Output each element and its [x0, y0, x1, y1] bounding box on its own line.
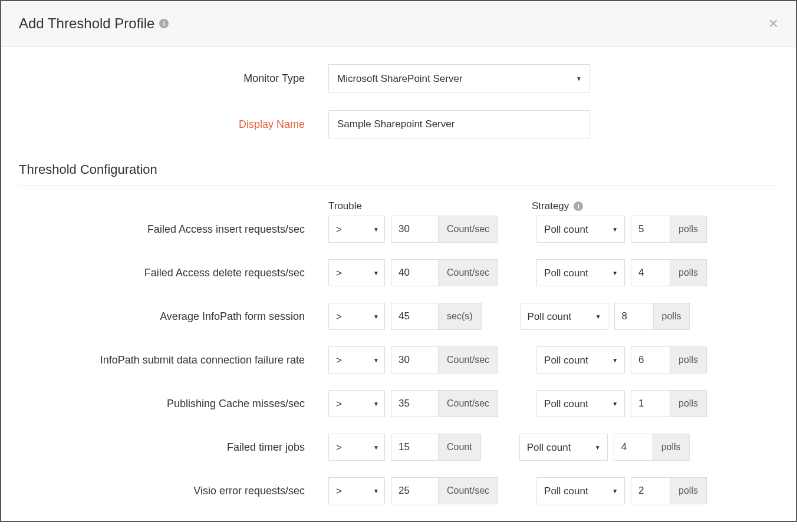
poll-unit: polls: [653, 434, 690, 461]
poll-unit: polls: [670, 259, 707, 286]
operator-select-wrapper: >: [328, 390, 385, 417]
operator-select-wrapper: >: [328, 434, 385, 461]
threshold-value-input[interactable]: [391, 477, 438, 504]
threshold-header-row: Trouble Strategy i: [19, 200, 778, 212]
threshold-unit: Count/sec: [438, 477, 498, 504]
threshold-value-input[interactable]: [391, 216, 438, 243]
strategy-select-wrapper: Poll count: [536, 259, 625, 286]
info-icon[interactable]: i: [574, 201, 583, 211]
operator-select[interactable]: >: [328, 434, 385, 461]
modal-title: Add Threshold Profile i: [19, 15, 169, 32]
threshold-unit: Count/sec: [438, 259, 498, 286]
strategy-select[interactable]: Poll count: [520, 303, 608, 330]
poll-unit: polls: [653, 303, 690, 330]
operator-select[interactable]: >: [328, 346, 385, 374]
operator-select[interactable]: >: [328, 216, 385, 243]
poll-count-input[interactable]: [631, 216, 670, 243]
add-threshold-modal: Add Threshold Profile i × Monitor Type M…: [0, 0, 797, 522]
threshold-unit: Count/sec: [438, 390, 498, 417]
threshold-unit: sec(s): [438, 303, 482, 330]
modal-body: Monitor Type Microsoft SharePoint Server…: [1, 47, 796, 504]
operator-select-wrapper: >: [328, 303, 385, 330]
strategy-select[interactable]: Poll count: [536, 390, 625, 417]
strategy-select-wrapper: Poll count: [536, 346, 625, 374]
threshold-value-input[interactable]: [391, 303, 438, 330]
threshold-row: Publishing Cache misses/sec>Count/secPol…: [19, 390, 778, 417]
threshold-row: Failed Access delete requests/sec>Count/…: [19, 259, 778, 286]
poll-unit: polls: [670, 346, 707, 374]
operator-select[interactable]: >: [328, 303, 385, 330]
operator-select-wrapper: >: [328, 346, 385, 374]
threshold-row: Failed timer jobs>CountPoll countpolls: [19, 434, 778, 461]
threshold-value-input[interactable]: [391, 259, 438, 286]
threshold-row: Average InfoPath form session>sec(s)Poll…: [19, 303, 778, 330]
threshold-label: Publishing Cache misses/sec: [19, 398, 328, 410]
threshold-rows-container: Failed Access insert requests/sec>Count/…: [19, 216, 778, 504]
threshold-label: InfoPath submit data connection failure …: [19, 354, 328, 366]
threshold-value-input[interactable]: [391, 434, 438, 461]
threshold-row: InfoPath submit data connection failure …: [19, 346, 778, 374]
modal-title-text: Add Threshold Profile: [19, 15, 154, 32]
strategy-select-wrapper: Poll count: [536, 216, 625, 243]
poll-count-input[interactable]: [614, 434, 653, 461]
poll-count-input[interactable]: [631, 390, 670, 417]
strategy-select[interactable]: Poll count: [519, 434, 608, 461]
threshold-row: Visio error requests/sec>Count/secPoll c…: [19, 477, 778, 504]
strategy-select-wrapper: Poll count: [519, 434, 608, 461]
operator-select[interactable]: >: [328, 390, 385, 417]
strategy-select-wrapper: Poll count: [520, 303, 608, 330]
info-icon[interactable]: i: [159, 19, 169, 28]
strategy-select[interactable]: Poll count: [536, 259, 625, 286]
strategy-select[interactable]: Poll count: [536, 346, 625, 374]
strategy-select-wrapper: Poll count: [536, 477, 625, 504]
threshold-label: Visio error requests/sec: [19, 485, 328, 497]
poll-count-input[interactable]: [631, 346, 670, 374]
threshold-unit: Count/sec: [438, 216, 498, 243]
threshold-label: Failed Access delete requests/sec: [19, 267, 328, 279]
operator-select[interactable]: >: [328, 477, 385, 504]
poll-count-input[interactable]: [631, 259, 670, 286]
threshold-value-input[interactable]: [391, 390, 438, 417]
threshold-unit: Count/sec: [438, 346, 498, 374]
close-button[interactable]: ×: [769, 15, 778, 32]
operator-select-wrapper: >: [328, 216, 385, 243]
threshold-config-title: Threshold Configuration: [19, 162, 778, 186]
strategy-select-wrapper: Poll count: [536, 390, 625, 417]
poll-count-input[interactable]: [614, 303, 653, 330]
operator-select-wrapper: >: [328, 477, 385, 504]
threshold-label: Failed timer jobs: [19, 441, 328, 454]
display-name-row: Display Name: [19, 110, 778, 138]
threshold-label: Average InfoPath form session: [19, 310, 328, 323]
strategy-header-text: Strategy: [532, 200, 569, 212]
poll-count-input[interactable]: [631, 477, 670, 504]
monitor-type-row: Monitor Type Microsoft SharePoint Server: [19, 64, 778, 92]
trouble-header: Trouble: [328, 200, 532, 212]
modal-header: Add Threshold Profile i ×: [1, 1, 796, 47]
strategy-header: Strategy i: [532, 200, 583, 212]
operator-select[interactable]: >: [328, 259, 385, 286]
close-icon: ×: [769, 14, 778, 32]
threshold-unit: Count: [438, 434, 481, 461]
strategy-select[interactable]: Poll count: [536, 216, 625, 243]
poll-unit: polls: [670, 216, 707, 243]
threshold-label: Failed Access insert requests/sec: [19, 223, 328, 236]
display-name-label: Display Name: [19, 118, 328, 131]
threshold-row: Failed Access insert requests/sec>Count/…: [19, 216, 778, 243]
display-name-input[interactable]: [328, 110, 590, 138]
monitor-type-select[interactable]: Microsoft SharePoint Server: [328, 64, 590, 92]
monitor-type-select-wrapper: Microsoft SharePoint Server: [328, 64, 590, 92]
poll-unit: polls: [670, 477, 707, 504]
strategy-select[interactable]: Poll count: [536, 477, 625, 504]
threshold-value-input[interactable]: [391, 346, 438, 374]
poll-unit: polls: [670, 390, 707, 417]
operator-select-wrapper: >: [328, 259, 385, 286]
monitor-type-label: Monitor Type: [19, 72, 328, 85]
